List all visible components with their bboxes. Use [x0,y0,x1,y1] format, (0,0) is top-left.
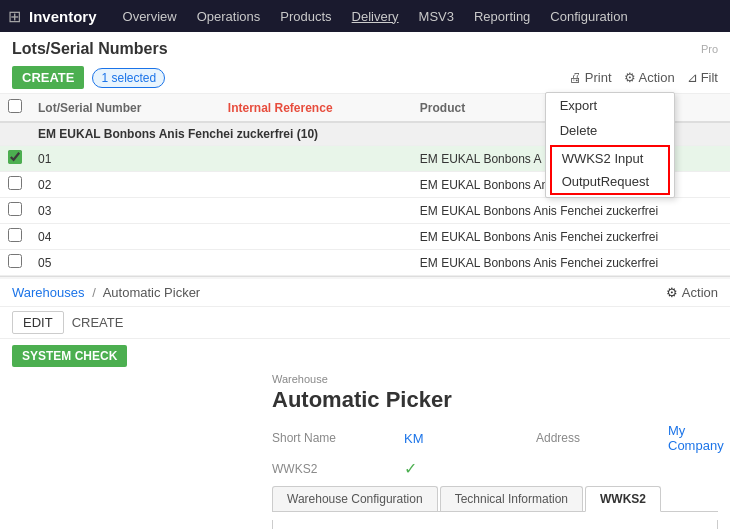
section1: Lots/Serial Numbers Pro CREATE 1 selecte… [0,32,730,277]
address-label: Address [536,431,656,445]
nav-brand: Inventory [29,8,97,25]
system-check-button[interactable]: SYSTEM CHECK [12,345,127,367]
short-name-value: KM [404,431,524,446]
action-dropdown: ⚙ Action Export Delete WWKS2 Input Outpu… [624,70,675,85]
product-3: EM EUKAL Bonbons Anis Fenchei zuckerfrei [412,198,730,224]
wwks2-content: WWKS2 URL/IP 192.168.1.254 Port 60511 [272,520,718,529]
top-nav: ⊞ Inventory Overview Operations Products… [0,0,730,32]
pro-label: Pro [701,43,718,55]
col-lot: Lot/Serial Number [30,94,220,122]
section2-toolbar: EDIT CREATE [0,307,730,339]
gear-icon: ⚙ [624,70,636,85]
nav-item-reporting[interactable]: Reporting [464,0,540,32]
filter-button[interactable]: ⊿ Filt [687,70,718,85]
action-dropdown-menu: Export Delete WWKS2 Input OutputRequest [545,92,675,198]
dropdown-output-request[interactable]: OutputRequest [552,170,668,193]
edit-button[interactable]: EDIT [12,311,64,334]
section2-create-button[interactable]: CREATE [72,315,124,330]
wwks2-label-row: WWKS2 [272,462,392,476]
nav-item-products[interactable]: Products [270,0,341,32]
filter-icon: ⊿ [687,70,698,85]
tab-wwks2[interactable]: WWKS2 [585,486,661,512]
section1-header: Lots/Serial Numbers Pro [0,32,730,62]
table-row: 03 EM EUKAL Bonbons Anis Fenchei zuckerf… [0,198,730,224]
lot-number-2: 02 [30,172,220,198]
nav-item-configuration[interactable]: Configuration [540,0,637,32]
form-section-label: Warehouse [272,373,718,385]
wwks2-check: ✓ [404,459,524,478]
product-5: EM EUKAL Bonbons Anis Fenchei zuckerfrei [412,250,730,276]
nav-item-overview[interactable]: Overview [113,0,187,32]
breadcrumb-parent[interactable]: Warehouses [12,285,85,300]
row-checkbox-1[interactable] [8,150,22,164]
gear-icon-2: ⚙ [666,285,678,300]
section2-action-label[interactable]: Action [682,285,718,300]
row-checkbox-4[interactable] [8,228,22,242]
breadcrumb-current: Automatic Picker [103,285,201,300]
breadcrumb: Warehouses / Automatic Picker [12,285,200,300]
grid-icon[interactable]: ⊞ [8,7,21,26]
form-fields: Short Name KM Address My Company WWKS2 ✓ [272,423,718,478]
short-name-label: Short Name [272,431,392,445]
dropdown-export[interactable]: Export [546,93,674,118]
form-tabs: Warehouse Configuration Technical Inform… [272,486,718,512]
print-button[interactable]: 🖨 Print [569,70,612,85]
tab-warehouse-config[interactable]: Warehouse Configuration [272,486,438,511]
form-content: Warehouse Automatic Picker Short Name KM… [12,373,718,486]
product-4: EM EUKAL Bonbons Anis Fenchei zuckerfrei [412,224,730,250]
toolbar-right: 🖨 Print ⚙ Action Export Delete WWKS2 Inp… [569,70,718,85]
lot-number-1: 01 [30,146,220,172]
internal-ref-1 [220,146,412,172]
dropdown-delete[interactable]: Delete [546,118,674,143]
dropdown-wwks2-input[interactable]: WWKS2 Input [552,147,668,170]
create-button[interactable]: CREATE [12,66,84,89]
address-value: My Company [668,423,724,453]
section2: Warehouses / Automatic Picker ⚙ Action E… [0,279,730,529]
row-checkbox-5[interactable] [8,254,22,268]
nav-item-msv3[interactable]: MSV3 [409,0,464,32]
select-all-checkbox[interactable] [8,99,22,113]
page-title: Lots/Serial Numbers [12,40,168,58]
lot-number-4: 04 [30,224,220,250]
col-internal-ref: Internal Reference [220,94,412,122]
table-row: 05 EM EUKAL Bonbons Anis Fenchei zuckerf… [0,250,730,276]
action-button[interactable]: ⚙ Action [624,70,675,85]
section1-toolbar: CREATE 1 selected 🖨 Print ⚙ Action Expor… [0,62,730,94]
dropdown-wwks2-group: WWKS2 Input OutputRequest [550,145,670,195]
breadcrumb-bar: Warehouses / Automatic Picker ⚙ Action [0,279,730,307]
lot-number-5: 05 [30,250,220,276]
table-row: 04 EM EUKAL Bonbons Anis Fenchei zuckerf… [0,224,730,250]
nav-item-delivery[interactable]: Delivery [342,0,409,32]
row-checkbox-2[interactable] [8,176,22,190]
lot-number-3: 03 [30,198,220,224]
nav-item-operations[interactable]: Operations [187,0,271,32]
warehouse-form: Warehouse Automatic Picker Short Name KM… [0,373,730,529]
row-checkbox-3[interactable] [8,202,22,216]
tab-technical-info[interactable]: Technical Information [440,486,583,511]
selected-badge: 1 selected [92,68,165,88]
section2-action: ⚙ Action [666,285,718,300]
printer-icon: 🖨 [569,70,582,85]
form-title: Automatic Picker [272,387,718,413]
